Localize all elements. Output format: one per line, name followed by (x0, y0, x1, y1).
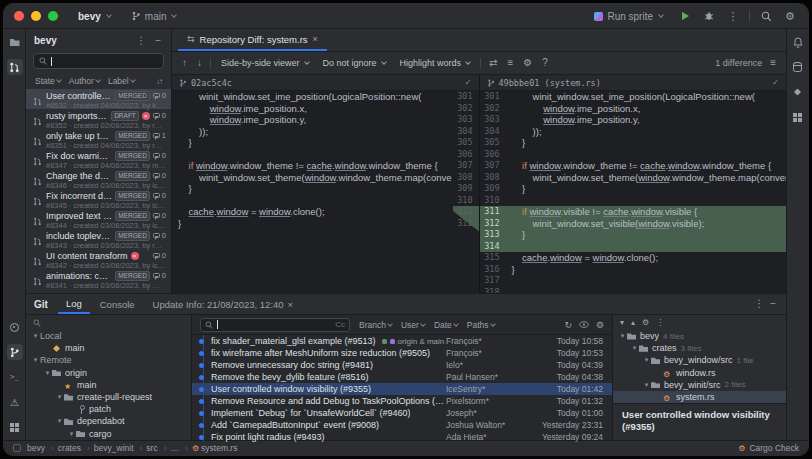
tree-chevron-icon[interactable] (31, 332, 40, 340)
tree-chevron-icon[interactable] (618, 332, 627, 340)
previous-difference-button[interactable]: ↑ (180, 58, 189, 68)
filter-branch[interactable]: Branch (359, 320, 392, 330)
commit-row[interactable]: Remove Resource and add Debug to TaskPoo… (192, 395, 612, 407)
problems-tool-button[interactable]: ⚠ (7, 394, 23, 410)
checker-label[interactable]: Cargo Check (749, 443, 799, 453)
vcs-branch-widget[interactable]: main (125, 9, 183, 24)
tree-chevron-icon[interactable] (67, 430, 76, 438)
tree-item[interactable]: cargo (26, 428, 191, 440)
tree-item[interactable]: bevy_window/src 1 file (613, 354, 786, 366)
commit-row[interactable]: Fix point light radius (#9493) Ada Hieta… (192, 431, 612, 442)
pull-request-item[interactable]: only take up to the m… MERGED × 1 #8351 … (26, 129, 171, 149)
log-settings-icon[interactable]: ⚙ (596, 320, 604, 330)
run-configuration-widget[interactable]: Run sprite (588, 9, 669, 24)
tree-chevron-icon[interactable] (642, 356, 651, 364)
pull-requests-search-input[interactable] (33, 53, 164, 69)
tree-chevron-icon[interactable] (43, 369, 52, 377)
panel-options-icon[interactable]: ⋮ (134, 35, 148, 47)
tree-chevron-icon[interactable] (55, 393, 64, 401)
branch-tree[interactable]: Local main Remote origin main create-pul… (26, 330, 191, 442)
filter-author[interactable]: Author (69, 76, 100, 86)
pull-request-item[interactable]: UI content transform × 0 #8342 · created… (26, 249, 171, 269)
tree-item[interactable]: create-pull-request (26, 391, 191, 403)
version-control-tool-button[interactable] (7, 344, 23, 360)
breadcrumb-item[interactable]: ⚙ … (171, 443, 192, 453)
panel-options-icon[interactable]: ⋮ (752, 298, 766, 310)
zoom-window-button[interactable] (48, 11, 58, 21)
tree-item[interactable]: crates 3 files (613, 342, 786, 354)
commit-list[interactable]: fix shader_material_glsl example (#9513)… (192, 335, 612, 442)
breadcrumb-item[interactable]: ⚙ src (146, 443, 170, 453)
close-tab-icon[interactable]: × (313, 34, 318, 44)
tree-chevron-icon[interactable] (630, 344, 639, 352)
commit-row[interactable]: fix wireframe after MeshUniform size red… (192, 347, 612, 359)
breadcrumb-item[interactable]: ⚙ system.rs (192, 443, 238, 453)
close-tab-icon[interactable]: × (288, 299, 294, 310)
notifications-tool-button[interactable] (790, 34, 806, 50)
commit-row[interactable]: Add `GamepadButtonInput` event (#9008) J… (192, 419, 612, 431)
right-code-column[interactable]: winit_window.set_ime_position(LogicalPos… (506, 91, 787, 293)
changed-files-tree[interactable]: bevy 4 files crates 3 files bevy_window/… (613, 330, 786, 403)
commit-row[interactable]: fix shader_material_glsl example (#9513)… (192, 335, 612, 347)
pull-request-item[interactable]: User controlled … MERGED × 0 #8532 · cre… (26, 89, 171, 109)
collapse-unchanged-button[interactable]: ≡ (506, 58, 516, 68)
run-button[interactable] (677, 8, 693, 24)
pull-requests-list[interactable]: User controlled … MERGED × 0 #8532 · cre… (26, 89, 171, 293)
database-tool-button[interactable] (790, 59, 806, 75)
next-difference-button[interactable]: ↓ (195, 58, 204, 68)
services-tool-button[interactable] (7, 419, 23, 435)
project-widget[interactable]: bevy (72, 9, 117, 24)
diff-list-button[interactable]: ≡ (768, 58, 778, 68)
filter-date[interactable]: Date (434, 320, 458, 330)
tool-window-quick-access-icon[interactable] (13, 444, 21, 452)
tree-item[interactable]: bevy_winit/src 2 files (613, 379, 786, 391)
commit-row[interactable]: Remove the bevy_dylib feature (#8516) Pa… (192, 371, 612, 383)
tree-item[interactable]: window.rs (613, 367, 786, 379)
more-actions-button[interactable]: ⋮ (725, 8, 741, 24)
filter-label[interactable]: Label (108, 76, 135, 86)
terminal-tool-button[interactable]: >_ (7, 369, 23, 385)
breadcrumb-item[interactable]: ⚙ crates (58, 443, 94, 453)
pull-request-item[interactable]: animations: con… MERGED × 0 #8341 · crea… (26, 269, 171, 289)
viewer-mode-dropdown[interactable]: Side-by-side viewer (217, 56, 313, 70)
layout-tool-button[interactable] (790, 109, 806, 125)
close-window-button[interactable] (14, 11, 24, 21)
diff-settings-button[interactable]: ⚙ (521, 58, 534, 68)
highlight-mode-dropdown[interactable]: Highlight words (396, 56, 475, 70)
hide-panel-icon[interactable]: − (153, 35, 163, 47)
tree-chevron-icon[interactable] (31, 356, 40, 364)
tree-chevron-icon[interactable] (642, 381, 651, 389)
debug-button[interactable] (701, 8, 717, 24)
pull-request-item[interactable]: include toplevel… MERGED × 0 #8343 · cre… (26, 229, 171, 249)
tab-update-info[interactable]: Update Info: 21/08/2023, 12:40 × (145, 294, 302, 314)
sort-icon[interactable]: ↓↑ (156, 77, 162, 86)
match-case-toggle[interactable]: Cc (335, 320, 345, 329)
pull-request-item[interactable]: Change the def… MERGED × 0 #8346 · creat… (26, 169, 171, 189)
ignore-mode-dropdown[interactable]: Do not ignore (319, 56, 390, 70)
commit-row[interactable]: Remove unnecessary doc string (#9481) Ie… (192, 359, 612, 371)
tab-repository-diff[interactable]: ⇆ Repository Diff: system.rs × (178, 29, 327, 51)
pull-request-item[interactable]: Fix incorrent do… MERGED × 0 #8345 · cre… (26, 189, 171, 209)
tree-item[interactable]: main (26, 342, 191, 354)
pull-request-item[interactable]: rusty imports … DRAFT × 0 #8352 · create… (26, 109, 171, 129)
tree-item[interactable]: Local (26, 330, 191, 342)
pull-requests-tool-button[interactable] (7, 59, 23, 75)
breadcrumb[interactable]: ⚙ bevy ⚙ crates ⚙ bevy_winit ⚙ src ⚙ … ⚙… (27, 443, 237, 453)
search-icon[interactable] (33, 319, 41, 327)
minimize-window-button[interactable] (31, 11, 41, 21)
collapse-all-icon[interactable]: ▴ (631, 318, 635, 327)
filter-paths[interactable]: Paths (467, 320, 495, 330)
hide-panel-icon[interactable]: − (768, 298, 778, 310)
pull-request-item[interactable]: Improved text w… MERGED × 0 #8344 · crea… (26, 209, 171, 229)
tab-log[interactable]: Log (58, 294, 90, 314)
pull-request-item[interactable]: Fix doc warning… MERGED × 0 #8347 · crea… (26, 149, 171, 169)
tree-item[interactable]: system.rs (613, 391, 786, 403)
tree-item[interactable]: main (26, 379, 191, 391)
project-tool-button[interactable] (7, 34, 23, 50)
search-everywhere-button[interactable] (758, 8, 774, 24)
commit-row[interactable]: Implement `Debug` for `UnsafeWorldCell` … (192, 407, 612, 419)
filter-user[interactable]: User (401, 320, 425, 330)
swap-sides-button[interactable]: ⇄ (487, 58, 499, 68)
log-search-input[interactable]: Cc (200, 318, 350, 332)
assistant-tool-button[interactable] (790, 84, 806, 100)
